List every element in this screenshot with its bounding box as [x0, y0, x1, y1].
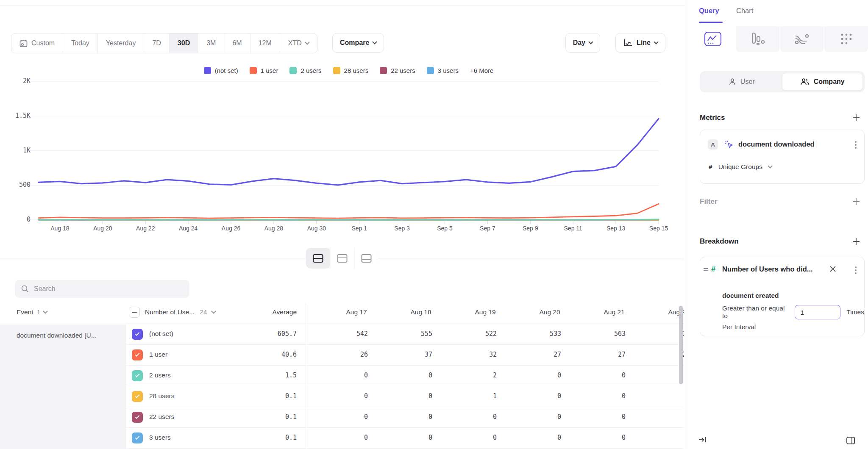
value-cell: 27 [582, 351, 646, 358]
value-cell: 0 [517, 434, 582, 441]
breakdown-heading: Breakdown [700, 237, 739, 246]
chart-type-line-tab[interactable] [691, 26, 735, 52]
line-chart [0, 0, 684, 237]
layout-split-view-button[interactable] [306, 248, 330, 269]
x-axis-tick: Aug 26 [211, 225, 250, 232]
vertical-scrollbar[interactable] [679, 306, 683, 384]
add-filter-button[interactable] [852, 197, 860, 206]
value-cell: 32 [453, 351, 517, 358]
line-chart-icon [704, 31, 722, 47]
metric-aggregation-dropdown[interactable]: # Unique Groups [709, 163, 772, 171]
metrics-heading: Metrics [700, 114, 725, 122]
company-icon [800, 78, 810, 86]
value-cell: 0 [517, 413, 582, 421]
condition-label[interactable]: Greater than or equal to [722, 305, 789, 320]
tab-query[interactable]: Query [699, 7, 719, 15]
row-average-value: 605.7 [237, 330, 297, 338]
chart-type-more-tab[interactable] [823, 26, 868, 52]
value-cell: 28 [646, 351, 684, 358]
breakdown-condition-row: Greater than or equal to Times [722, 305, 864, 320]
metric-card[interactable]: A document downloaded # Unique Groups [700, 130, 865, 184]
value-cell: 2 [453, 371, 517, 379]
row-checkbox[interactable] [132, 370, 143, 381]
row-checkbox[interactable] [132, 329, 143, 340]
breakdown-options-kebab[interactable] [853, 265, 858, 276]
remove-breakdown-button[interactable] [829, 266, 836, 272]
user-icon [729, 78, 736, 86]
add-metric-button[interactable] [852, 114, 860, 122]
table-row[interactable]: 3 users0.1000000 [126, 428, 684, 449]
search-box[interactable] [15, 280, 189, 298]
x-axis-tick: Sep 1 [340, 225, 379, 232]
table-row[interactable]: (not set)605.7542555522533563537 [126, 324, 684, 345]
add-breakdown-button[interactable] [852, 237, 860, 246]
query-panel: Query Chart [685, 0, 868, 449]
row-values: 002000 [324, 371, 684, 379]
date-column-header: Aug 22 [646, 308, 684, 316]
breakdown-card[interactable]: # Number of Users who did... document cr… [700, 257, 865, 336]
chart-type-tabs [691, 26, 868, 52]
search-input[interactable] [34, 285, 184, 293]
tab-chart[interactable]: Chart [736, 7, 753, 15]
value-cell: 563 [582, 330, 646, 338]
x-axis-tick: Aug 24 [169, 225, 208, 232]
value-cell: 0 [389, 371, 453, 379]
table-row[interactable]: 22 users0.1000000 [126, 407, 684, 428]
layout-chart-only-button[interactable] [330, 248, 354, 269]
select-all-checkbox[interactable] [129, 307, 140, 318]
table-row[interactable]: 1 user40.6263732272728 [126, 345, 684, 366]
chart-type-flow-tab[interactable] [779, 26, 824, 52]
right-sidebar-toggle-icon[interactable] [846, 436, 855, 445]
metric-badge: A [708, 139, 718, 150]
split-view-icon [312, 254, 323, 263]
chart-only-icon [337, 254, 348, 263]
aggregation-label: Unique Groups [718, 163, 762, 171]
breakdown-event-name[interactable]: document created [722, 292, 779, 299]
entity-company-label: Company [814, 78, 845, 86]
chart-type-bar-tab[interactable] [735, 26, 779, 52]
entity-user-segment[interactable]: User [701, 73, 782, 91]
breakdown-count: 24 [200, 308, 207, 316]
x-axis-tick: Aug 22 [126, 225, 165, 232]
breakdown-header-label[interactable]: Number of Use... [145, 308, 195, 316]
value-cell: 542 [324, 330, 389, 338]
app-root: CustomTodayYesterday7D30D3M6M12MXTD Comp… [0, 0, 868, 449]
metric-event-name[interactable]: document downloaded [738, 140, 815, 148]
event-column-header[interactable]: Event 1 [17, 308, 47, 316]
row-checkbox[interactable] [132, 391, 143, 402]
row-average-value: 40.6 [237, 351, 297, 358]
entity-company-segment[interactable]: Company [782, 73, 863, 91]
chevron-down-icon [211, 309, 216, 313]
x-axis-tick: Aug 30 [297, 225, 336, 232]
row-average-value: 0.1 [237, 392, 297, 400]
condition-value-input[interactable] [795, 305, 840, 319]
date-column-header: Aug 20 [517, 308, 582, 316]
collapse-panel-icon[interactable] [698, 435, 707, 444]
entity-user-label: User [740, 78, 755, 86]
row-label: 2 users [149, 371, 171, 379]
y-axis-tick: 1K [0, 147, 31, 154]
value-cell: 0 [324, 434, 389, 441]
check-icon [135, 373, 140, 377]
event-cell-label: document downloaded [U... [17, 332, 97, 339]
metric-options-kebab[interactable] [853, 139, 858, 150]
table-header: Event 1 Number of Use... 24 Average Aug … [0, 303, 684, 324]
event-cell[interactable]: document downloaded [U... [0, 324, 126, 449]
value-cell: 0 [517, 392, 582, 400]
table-body: document downloaded [U... (not set)605.7… [0, 324, 684, 449]
value-cell: 1 [453, 392, 517, 400]
per-interval-label[interactable]: Per Interval [722, 323, 756, 331]
row-checkbox[interactable] [132, 412, 143, 423]
row-checkbox[interactable] [132, 432, 143, 443]
row-checkbox[interactable] [132, 349, 143, 360]
value-cell: 522 [453, 330, 517, 338]
average-column-header[interactable]: Average [237, 308, 297, 316]
x-axis-tick: Sep 3 [383, 225, 422, 232]
table-row[interactable]: 2 users1.5002000 [126, 366, 684, 386]
value-cell: 0 [324, 371, 389, 379]
drag-handle-icon[interactable] [704, 268, 708, 271]
series-line-(not set) [39, 119, 659, 185]
more-charts-icon [840, 32, 853, 46]
table-row[interactable]: 28 users0.1001000 [126, 386, 684, 407]
layout-table-only-button[interactable] [354, 248, 378, 269]
